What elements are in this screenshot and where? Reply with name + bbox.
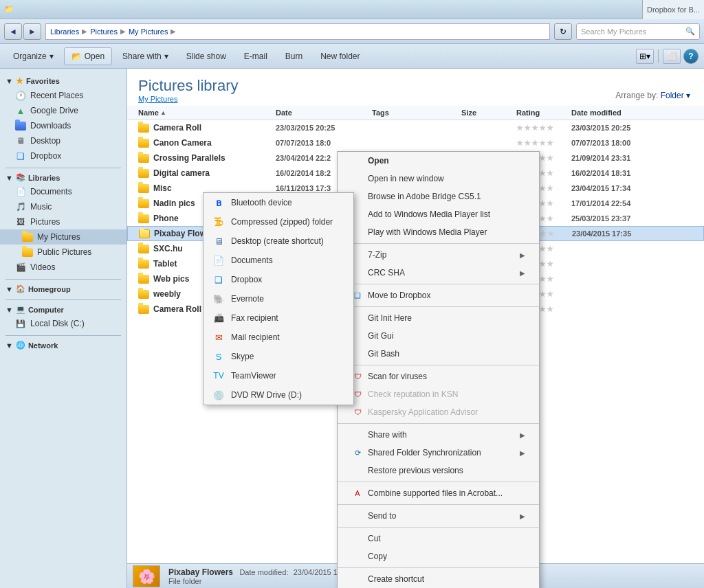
refresh-button[interactable]: ↻ bbox=[554, 23, 572, 40]
back-button[interactable]: ◄ bbox=[4, 23, 22, 40]
star-icon: ★ bbox=[539, 139, 546, 148]
context-menu-item[interactable]: Add to Windows Media Player list bbox=[338, 205, 539, 223]
open-button[interactable]: 📂 Open bbox=[64, 47, 112, 65]
libraries-header[interactable]: ▼ 📚 Libraries bbox=[0, 171, 126, 184]
library-subtitle[interactable]: My Pictures bbox=[138, 95, 693, 103]
forward-button[interactable]: ► bbox=[23, 23, 41, 40]
libraries-icon: 📚 bbox=[16, 173, 25, 182]
context-menu-item[interactable]: ❑ Move to Dropbox bbox=[338, 286, 539, 304]
path-segment-libraries[interactable]: Libraries bbox=[50, 27, 79, 36]
star-icon: ★ bbox=[547, 245, 553, 253]
sidebar-item-dropbox[interactable]: ❑ Dropbox bbox=[0, 148, 126, 163]
search-icon[interactable]: 🔍 bbox=[685, 27, 695, 36]
sidebar-item-music[interactable]: 🎵 Music bbox=[0, 199, 126, 214]
table-row[interactable]: Canon Camera 07/07/2013 18:0 ★★★★★ 07/07… bbox=[127, 135, 704, 150]
sidebar-item-pictures[interactable]: 🖼 Pictures bbox=[0, 214, 126, 229]
star-icon: ★ bbox=[547, 139, 553, 148]
context-menu-item[interactable]: Git Bash bbox=[338, 345, 539, 363]
file-date-modified: 16/02/2014 18:31 bbox=[571, 169, 693, 177]
context-menu-item[interactable]: 🛡 Scan for viruses bbox=[338, 368, 539, 385]
help-button[interactable]: ? bbox=[683, 49, 698, 64]
context-menu-item[interactable]: Git Gui bbox=[338, 327, 539, 345]
submenu-item[interactable]: S Skype bbox=[204, 347, 353, 366]
sidebar-item-public-pictures[interactable]: Public Pictures bbox=[0, 245, 126, 260]
burn-button[interactable]: Burn bbox=[278, 47, 310, 65]
col-header-date[interactable]: Date bbox=[276, 109, 372, 117]
status-detail-label: Date modified: bbox=[239, 568, 288, 576]
submenu-item[interactable]: 🐘 Evernote bbox=[204, 289, 353, 308]
search-box[interactable]: Search My Pictures 🔍 bbox=[576, 23, 700, 40]
computer-label: Computer bbox=[28, 306, 64, 314]
ctx-item-label: Add to Windows Media Player list bbox=[368, 210, 490, 219]
favorites-header[interactable]: ▼ ★ Favorites bbox=[0, 74, 126, 88]
context-menu-item[interactable]: 7-Zip ▶ bbox=[338, 246, 539, 264]
context-menu-item[interactable]: A Combine supported files in Acrobat... bbox=[338, 484, 539, 502]
email-button[interactable]: E-mail bbox=[236, 47, 275, 65]
submenu-item[interactable]: ʙ Bluetooth device bbox=[204, 193, 353, 212]
sidebar-item-recent-places[interactable]: 🕐 Recent Places bbox=[0, 88, 126, 103]
context-menu-item[interactable]: ⟳ Shared Folder Synchronization ▶ bbox=[338, 444, 539, 462]
submenu-item-label: Compressed (zipped) folder bbox=[231, 217, 333, 227]
col-header-name[interactable]: Name ▲ bbox=[138, 109, 276, 117]
star-icon: ★ bbox=[539, 275, 546, 284]
network-header[interactable]: ▼ 🌐 Network bbox=[0, 339, 126, 352]
context-menu-item[interactable]: Play with Windows Media Player bbox=[338, 223, 539, 241]
computer-header[interactable]: ▼ 💻 Computer bbox=[0, 303, 126, 316]
sidebar-item-google-drive[interactable]: ▲ Google Drive bbox=[0, 103, 126, 118]
context-menu-item[interactable]: Create shortcut bbox=[338, 570, 539, 588]
context-menu-item[interactable]: Copy bbox=[338, 547, 539, 565]
address-path[interactable]: Libraries ▶ Pictures ▶ My Pictures ▶ bbox=[45, 23, 550, 40]
submenu-item[interactable]: ✉ Mail recipient bbox=[204, 328, 353, 347]
sidebar-item-documents[interactable]: 📄 Documents bbox=[0, 184, 126, 199]
table-row[interactable]: Camera Roll 23/03/2015 20:25 ★★★★★ 23/03… bbox=[127, 120, 704, 135]
col-header-tags[interactable]: Tags bbox=[372, 109, 461, 117]
folder-icon bbox=[139, 229, 150, 238]
context-menu-item[interactable]: Browse in Adobe Bridge CS5.1 bbox=[338, 188, 539, 205]
context-menu-item[interactable]: Open in new window bbox=[338, 170, 539, 188]
sidebar-item-local-disk[interactable]: 💾 Local Disk (C:) bbox=[0, 316, 126, 331]
placeholder-icon bbox=[351, 550, 364, 563]
col-header-rating[interactable]: Rating bbox=[516, 109, 571, 117]
local-disk-icon: 💾 bbox=[15, 318, 26, 329]
organize-button[interactable]: Organize ▾ bbox=[6, 47, 61, 65]
context-menu-item[interactable]: Share with ▶ bbox=[338, 426, 539, 444]
submenu-item[interactable]: ❑ Dropbox bbox=[204, 270, 353, 289]
star-icon: ★ bbox=[547, 260, 553, 269]
sidebar-item-desktop[interactable]: 🖥 Desktop bbox=[0, 133, 126, 148]
context-menu-item[interactable]: Restore previous versions bbox=[338, 462, 539, 479]
context-menu-item[interactable]: Open bbox=[338, 152, 539, 170]
submenu-item[interactable]: 🗜 Compressed (zipped) folder bbox=[204, 212, 353, 231]
new-folder-button[interactable]: New folder bbox=[313, 47, 367, 65]
share-with-button[interactable]: Share with ▾ bbox=[115, 47, 176, 65]
submenu-item[interactable]: 🖥 Desktop (create shortcut) bbox=[204, 231, 353, 251]
preview-pane-button[interactable]: ⬜ bbox=[663, 49, 681, 64]
context-menu-item[interactable]: CRC SHA ▶ bbox=[338, 264, 539, 282]
col-name-label: Name bbox=[138, 109, 159, 117]
submenu-item[interactable]: TV TeamViewer bbox=[204, 366, 353, 385]
submenu-item[interactable]: 📠 Fax recipient bbox=[204, 308, 353, 328]
sidebar-item-downloads[interactable]: Downloads bbox=[0, 118, 126, 133]
context-menu-item[interactable]: Send to ▶ bbox=[338, 507, 539, 525]
context-menu-item[interactable]: Git Init Here bbox=[338, 309, 539, 327]
folder-icon bbox=[138, 245, 149, 253]
col-header-datemod[interactable]: Date modified bbox=[571, 109, 693, 117]
ctx-item-label: Check reputation in KSN bbox=[368, 389, 458, 399]
arrange-by-value[interactable]: Folder ▾ bbox=[661, 91, 690, 100]
file-date-modified: 21/09/2014 23:31 bbox=[571, 154, 693, 162]
path-segment-pictures[interactable]: Pictures bbox=[90, 27, 118, 36]
ctx-item-content: 🛡 Kaspersky Application Advisor bbox=[351, 406, 478, 418]
skype-icon: S bbox=[212, 350, 226, 363]
context-menu-item[interactable]: Cut bbox=[338, 530, 539, 547]
context-menu-separator bbox=[338, 243, 539, 244]
submenu-item[interactable]: 💿 DVD RW Drive (D:) bbox=[204, 385, 353, 405]
sidebar-item-my-pictures[interactable]: My Pictures bbox=[0, 229, 126, 245]
submenu-item-label: Evernote bbox=[231, 294, 264, 304]
sidebar-item-videos[interactable]: 🎬 Videos bbox=[0, 260, 126, 275]
path-segment-mypictures[interactable]: My Pictures bbox=[129, 27, 168, 36]
homegroup-header[interactable]: ▼ 🏠 Homegroup bbox=[0, 282, 126, 295]
organize-arrow-icon: ▾ bbox=[50, 52, 54, 61]
view-toggle-button[interactable]: ⊞▾ bbox=[636, 49, 654, 64]
col-header-size[interactable]: Size bbox=[461, 109, 516, 117]
slideshow-button[interactable]: Slide show bbox=[179, 47, 234, 65]
submenu-item[interactable]: 📄 Documents bbox=[204, 251, 353, 270]
